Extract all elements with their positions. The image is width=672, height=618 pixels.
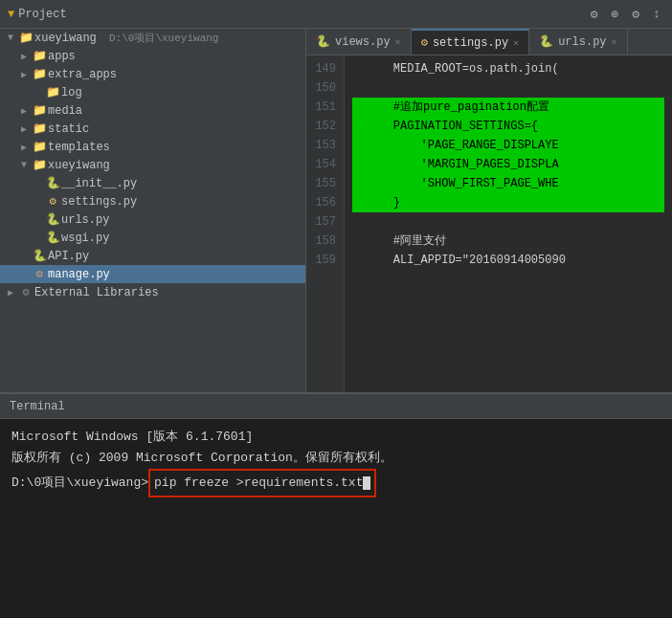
editor-area: 🐍 views.py ✕ ⚙ settings.py ✕ 🐍 urls.py ✕… [306, 29, 672, 392]
code-line-153: 'PAGE_RANGE_DISPLAYE [352, 136, 664, 155]
extra-apps-arrow: ▶ [17, 69, 31, 80]
terminal-body[interactable]: Microsoft Windows [版本 6.1.7601]版权所有 (c) … [0, 419, 672, 618]
apps-label: apps [48, 50, 76, 63]
tab-views[interactable]: 🐍 views.py ✕ [306, 29, 412, 55]
line-marker-152: ▶ [352, 117, 366, 136]
init-label: __init__.py [61, 177, 137, 190]
urls-tab-close[interactable]: ✕ [612, 36, 617, 48]
views-tab-icon: 🐍 [316, 34, 330, 49]
project-label: ▼ Project [8, 8, 67, 21]
tree-item-xueyiwang-folder[interactable]: ▼ 📁 xueyiwang [0, 156, 305, 174]
wsgi-file-icon: 🐍 [44, 231, 61, 245]
templates-label: templates [48, 141, 110, 154]
top-toolbar: ▼ Project ⚙ ⊕ ⚙ ↕ [0, 0, 672, 29]
code-text-152: PAGINATION_SETTINGS={ [366, 117, 538, 136]
static-folder-icon: 📁 [31, 121, 48, 136]
line-numbers: 149150151152153154155156157158159 [306, 55, 345, 392]
api-label: API.py [48, 250, 89, 263]
tree-item-templates[interactable]: ▶ 📁 templates [0, 138, 305, 156]
line-marker-156: ▶ [352, 193, 366, 212]
toolbar-add-icon[interactable]: ⊕ [608, 5, 623, 24]
tree-item-manage[interactable]: ⚙ manage.py [0, 265, 305, 283]
toolbar-sort-icon[interactable]: ↕ [649, 5, 664, 24]
root-arrow: ▼ [4, 33, 17, 43]
toolbar-icons: ⚙ ⊕ ⚙ ↕ [587, 5, 664, 24]
code-text-149: MEDIA_ROOT=os.path.join( [366, 59, 559, 78]
tree-item-api[interactable]: 🐍 API.py [0, 247, 305, 265]
tree-item-urls[interactable]: 🐍 urls.py [0, 210, 305, 229]
xueyiwang-arrow: ▼ [17, 160, 31, 170]
code-line-155: 'SHOW_FIRST_PAGE_WHE [352, 174, 664, 193]
code-text-156: } [366, 193, 400, 212]
tree-item-init[interactable]: 🐍 __init__.py [0, 174, 305, 192]
static-label: static [48, 122, 89, 136]
project-icon: ▼ [8, 8, 14, 21]
code-content[interactable]: MEDIA_ROOT=os.path.join( #追加pure_paginat… [345, 55, 672, 392]
terminal-prompt-line: D:\0项目\xueyiwang>pip freeze >requirement… [11, 469, 661, 497]
tree-item-external[interactable]: ▶ ⚙ External Libraries [0, 283, 305, 301]
settings-tab-icon: ⚙ [421, 35, 428, 50]
views-tab-close[interactable]: ✕ [395, 36, 401, 48]
code-text-153: 'PAGE_RANGE_DISPLAYE [366, 136, 559, 155]
code-line-151: #追加pure_pagination配置 [352, 98, 664, 117]
tree-root[interactable]: ▼ 📁 xueyiwang D:\0项目\xueyiwang [0, 29, 305, 47]
media-label: media [48, 104, 82, 118]
code-text-159: ALI_APPID="20160914005090 [366, 251, 566, 270]
settings-label: settings.py [61, 195, 137, 209]
media-arrow: ▶ [17, 105, 31, 117]
file-tree: ▼ 📁 xueyiwang D:\0项目\xueyiwang ▶ 📁 apps … [0, 29, 306, 392]
urls-tab-icon: 🐍 [539, 34, 553, 49]
manage-label: manage.py [48, 268, 110, 281]
code-text-158: #阿里支付 [366, 232, 446, 251]
xueyiwang-folder-label: xueyiwang [48, 159, 110, 172]
init-file-icon: 🐍 [44, 176, 61, 190]
terminal-header: Terminal [0, 394, 672, 419]
settings-tab-close[interactable]: ✕ [513, 37, 519, 49]
views-tab-label: views.py [335, 35, 391, 49]
external-label: External Libraries [34, 286, 159, 299]
settings-file-icon: ⚙ [44, 194, 61, 209]
code-line-156: ▶ } [352, 193, 664, 212]
templates-arrow: ▶ [17, 142, 31, 153]
tree-item-settings[interactable]: ⚙ settings.py [0, 192, 305, 210]
tree-item-extra-apps[interactable]: ▶ 📁 extra_apps [0, 65, 305, 83]
toolbar-title-text: Project [18, 8, 66, 21]
toolbar-settings-icon[interactable]: ⚙ [587, 5, 602, 24]
toolbar-config-icon[interactable]: ⚙ [628, 5, 643, 24]
terminal-line-0: Microsoft Windows [版本 6.1.7601] [11, 427, 661, 448]
templates-folder-icon: 📁 [31, 140, 48, 154]
extra-apps-label: extra_apps [48, 68, 117, 81]
tree-item-wsgi[interactable]: 🐍 wsgi.py [0, 229, 305, 247]
urls-tab-label: urls.py [558, 35, 606, 49]
terminal-prompt: D:\0项目\xueyiwang> [11, 475, 148, 490]
api-file-icon: 🐍 [31, 249, 48, 263]
code-line-152: ▶ PAGINATION_SETTINGS={ [352, 117, 664, 136]
log-folder-icon: 📁 [44, 85, 61, 99]
extra-apps-folder-icon: 📁 [31, 67, 48, 81]
manage-file-icon: ⚙ [31, 267, 48, 281]
tab-settings[interactable]: ⚙ settings.py ✕ [412, 29, 529, 55]
code-line-154: 'MARGIN_PAGES_DISPLA [352, 155, 664, 174]
code-view: 149150151152153154155156157158159 MEDIA_… [306, 55, 672, 392]
tree-item-media[interactable]: ▶ 📁 media [0, 101, 305, 120]
external-arrow: ▶ [4, 287, 17, 298]
terminal-cursor [363, 476, 370, 490]
apps-arrow: ▶ [17, 51, 31, 62]
terminal-container: Terminal Microsoft Windows [版本 6.1.7601]… [0, 392, 672, 618]
tree-item-apps[interactable]: ▶ 📁 apps [0, 47, 305, 65]
code-line-157 [352, 212, 664, 232]
main-split: ▼ 📁 xueyiwang D:\0项目\xueyiwang ▶ 📁 apps … [0, 29, 672, 392]
tree-item-static[interactable]: ▶ 📁 static [0, 120, 305, 138]
tab-urls[interactable]: 🐍 urls.py ✕ [529, 29, 627, 55]
code-line-150 [352, 78, 664, 98]
code-line-149: MEDIA_ROOT=os.path.join( [352, 59, 664, 78]
settings-tab-label: settings.py [433, 36, 508, 50]
apps-folder-icon: 📁 [31, 49, 48, 63]
tree-item-log[interactable]: 📁 log [0, 83, 305, 101]
terminal-command[interactable]: pip freeze >requirements.txt [148, 469, 376, 497]
code-line-158: #阿里支付 [352, 232, 664, 251]
xueyiwang-folder-icon: 📁 [31, 158, 48, 172]
media-folder-icon: 📁 [31, 103, 48, 118]
code-text-155: 'SHOW_FIRST_PAGE_WHE [366, 174, 559, 193]
code-text-151: #追加pure_pagination配置 [366, 98, 549, 117]
